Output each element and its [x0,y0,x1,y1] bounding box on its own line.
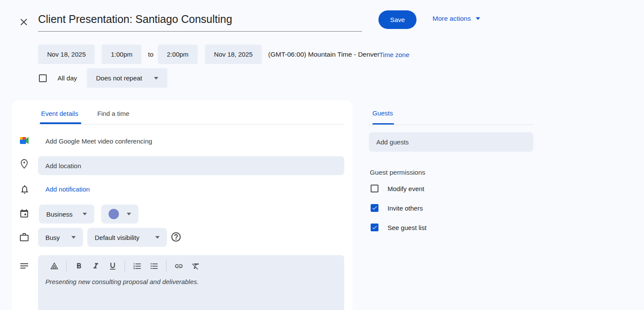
checkmark-icon [372,224,378,230]
all-day-checkbox[interactable] [39,74,47,82]
recurrence-dropdown[interactable]: Does not repeat [87,68,167,88]
calendar-select[interactable]: Business [39,205,94,224]
event-color-swatch [109,209,119,219]
google-meet-icon [19,135,29,146]
help-icon[interactable] [170,231,182,243]
event-color-select[interactable] [101,205,138,224]
see-guest-list-label: See guest list [388,224,426,231]
chevron-down-icon [71,236,76,239]
tab-guests[interactable]: Guests [372,109,393,117]
modify-event-label: Modify event [388,185,424,192]
invite-others-checkbox[interactable] [371,204,378,212]
availability-value: Busy [45,234,60,241]
toolbar-separator [125,261,125,272]
save-button[interactable]: Save [378,10,417,29]
more-actions-label: More actions [433,15,471,22]
add-guests-input[interactable] [369,132,533,152]
guest-permissions-title: Guest permissions [370,169,425,176]
datetime-row: Nov 18, 2025 1:00pm to 2:00pm Nov 18, 20… [38,45,380,64]
description-lines-icon [19,261,29,271]
permission-row-see-guest-list: See guest list [371,224,426,231]
notification-bell-icon [19,184,30,195]
availability-select[interactable]: Busy [38,228,83,247]
close-icon [18,16,29,28]
checkmark-icon [372,205,378,211]
tabs-divider [38,124,344,125]
chevron-down-icon [476,17,480,20]
chevron-down-icon [154,77,158,80]
insert-from-drive-icon[interactable] [49,262,59,271]
timezone-button[interactable]: Time zone [379,51,409,58]
chevron-down-icon [155,236,160,239]
permission-row-modify-event: Modify event [371,185,424,192]
event-details-card: Event details Find a time Add Google Mee… [12,100,352,310]
guests-divider [369,125,533,125]
timezone-display: (GMT-06:00) Mountain Time - Denver [268,51,380,58]
all-day-label: All day [58,74,77,82]
description-toolbar [38,255,344,272]
calendar-icon [19,208,29,219]
underline-icon[interactable] [108,262,117,271]
remove-formatting-icon[interactable] [191,262,200,271]
end-time-button[interactable]: 2:00pm [158,45,198,64]
event-title-field[interactable]: Client Presentation: Santiago Consulting [38,13,362,32]
more-actions-button[interactable]: More actions [433,15,480,22]
add-notification-button[interactable]: Add notification [45,185,90,193]
description-text[interactable]: Presenting new consulting proposal and d… [45,278,344,285]
end-date-button[interactable]: Nov 18, 2025 [205,45,262,64]
recurrence-value: Does not repeat [96,74,142,82]
chevron-down-icon [127,213,131,215]
location-pin-icon [19,159,29,169]
invite-others-label: Invite others [388,205,423,212]
modify-event-checkbox[interactable] [371,185,378,192]
numbered-list-icon[interactable] [132,262,142,271]
calendar-select-value: Business [46,211,73,218]
see-guest-list-checkbox[interactable] [371,224,378,231]
bulleted-list-icon[interactable] [149,262,159,271]
toolbar-separator [66,261,67,272]
bold-icon[interactable] [74,262,83,271]
event-title[interactable]: Client Presentation: Santiago Consulting [38,13,362,26]
add-google-meet-button[interactable]: Add Google Meet video conferencing [45,137,152,145]
start-date-button[interactable]: Nov 18, 2025 [38,45,95,64]
tab-find-a-time[interactable]: Find a time [97,110,129,117]
location-input[interactable] [38,156,344,175]
allday-repeat-row: All day Does not repeat [39,68,167,88]
close-button[interactable] [18,16,30,28]
toolbar-separator [166,261,167,272]
italic-icon[interactable] [91,262,100,271]
permission-row-invite-others: Invite others [371,204,423,212]
briefcase-icon [19,232,29,242]
tab-event-details[interactable]: Event details [41,110,78,117]
start-time-button[interactable]: 1:00pm [102,45,141,64]
to-label: to [148,51,154,58]
description-editor[interactable]: Presenting new consulting proposal and d… [38,255,344,310]
visibility-select[interactable]: Default visibility [87,228,167,247]
visibility-value: Default visibility [95,234,139,241]
insert-link-icon[interactable] [174,262,183,271]
chevron-down-icon [83,213,87,215]
